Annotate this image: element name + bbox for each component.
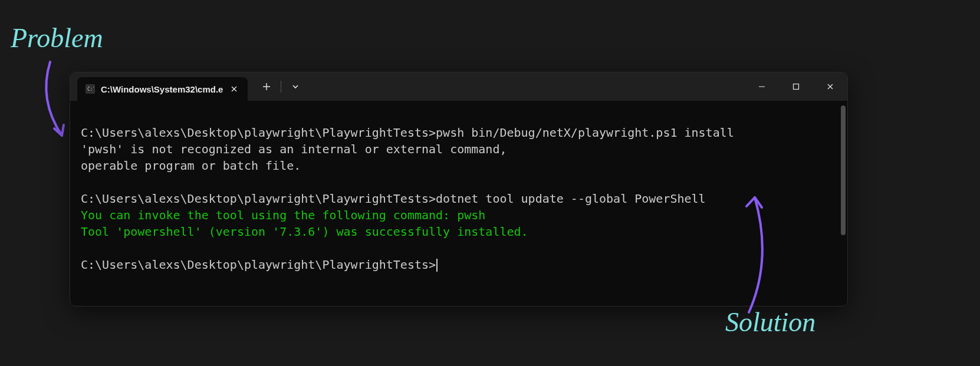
- scrollbar-thumb[interactable]: [841, 105, 846, 235]
- window-controls: [745, 72, 847, 101]
- prompt: C:\Users\alexs\Desktop\playwright\Playwr…: [81, 258, 436, 272]
- terminal-window: C:\ C:\Windows\System32\cmd.e: [70, 72, 848, 306]
- new-tab-button[interactable]: [255, 72, 278, 101]
- command-text: pwsh bin/Debug/netX/playwright.ps1 insta…: [436, 126, 734, 140]
- terminal-line: C:\Users\alexs\Desktop\playwright\Playwr…: [81, 258, 438, 272]
- prompt: C:\Users\alexs\Desktop\playwright\Playwr…: [81, 192, 436, 206]
- tab-strip: C:\ C:\Windows\System32\cmd.e: [70, 72, 745, 101]
- cmd-icon: C:\: [85, 84, 95, 94]
- terminal-output[interactable]: C:\Users\alexs\Desktop\playwright\Playwr…: [70, 101, 847, 306]
- terminal-blank-line: [81, 175, 88, 189]
- command-text: dotnet tool update --global PowerShell: [436, 192, 706, 206]
- terminal-line: 'pwsh' is not recognized as an internal …: [81, 142, 507, 156]
- maximize-button[interactable]: [779, 72, 813, 101]
- terminal-line-success: Tool 'powershell' (version '7.3.6') was …: [81, 225, 528, 239]
- terminal-line: C:\Users\alexs\Desktop\playwright\Playwr…: [81, 126, 734, 140]
- scrollbar-track[interactable]: [840, 105, 846, 300]
- titlebar: C:\ C:\Windows\System32\cmd.e: [70, 72, 847, 101]
- tab-divider: [281, 81, 281, 93]
- terminal-line-success: You can invoke the tool using the follow…: [81, 208, 485, 222]
- terminal-blank-line: [81, 241, 88, 255]
- prompt: C:\Users\alexs\Desktop\playwright\Playwr…: [81, 126, 436, 140]
- annotation-solution: Solution: [725, 306, 815, 338]
- minimize-button[interactable]: [745, 72, 779, 101]
- shell-dropdown-button[interactable]: [284, 72, 307, 101]
- text-cursor: [436, 259, 438, 272]
- svg-rect-2: [794, 84, 799, 90]
- tab-cmd[interactable]: C:\ C:\Windows\System32\cmd.e: [77, 77, 248, 101]
- close-button[interactable]: [813, 72, 847, 101]
- terminal-line: C:\Users\alexs\Desktop\playwright\Playwr…: [81, 192, 706, 206]
- tab-title: C:\Windows\System32\cmd.e: [101, 84, 223, 94]
- svg-text:C:\: C:\: [87, 87, 94, 92]
- terminal-line: operable program or batch file.: [81, 159, 301, 173]
- annotation-problem: Problem: [11, 22, 103, 54]
- tab-close-button[interactable]: [229, 84, 239, 94]
- tab-actions: [248, 72, 307, 101]
